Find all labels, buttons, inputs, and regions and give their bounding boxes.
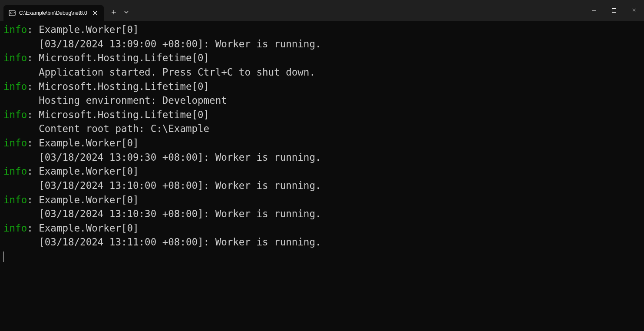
log-entry: info: Microsoft.Hosting.Lifetime[0]: [3, 108, 641, 122]
log-message: [03/18/2024 13:09:00 +08:00]: Worker is …: [3, 37, 641, 51]
log-message: [03/18/2024 13:10:30 +08:00]: Worker is …: [3, 207, 641, 221]
new-tab-button[interactable]: [107, 6, 120, 19]
titlebar-left: C:\ C:\Example\bin\Debug\net8.0: [0, 0, 132, 21]
log-entry: info: Example.Worker[0]: [3, 23, 641, 37]
close-window-button[interactable]: [624, 3, 644, 17]
window-controls: [584, 3, 644, 17]
log-source: : Example.Worker[0]: [27, 24, 139, 35]
chevron-down-icon: [124, 11, 129, 13]
log-level: info: [3, 166, 27, 177]
log-entry: info: Example.Worker[0]: [3, 193, 641, 207]
log-message: [03/18/2024 13:09:30 +08:00]: Worker is …: [3, 150, 641, 165]
log-level: info: [3, 81, 27, 92]
window-titlebar: C:\ C:\Example\bin\Debug\net8.0: [0, 0, 644, 21]
tab-close-button[interactable]: [91, 9, 99, 17]
minimize-button[interactable]: [584, 3, 604, 17]
log-source: : Example.Worker[0]: [27, 194, 139, 205]
log-message: Hosting environment: Development: [3, 93, 641, 108]
svg-text:C:\: C:\: [10, 11, 16, 15]
log-entry: info: Example.Worker[0]: [3, 164, 641, 179]
log-entry: info: Example.Worker[0]: [3, 136, 641, 150]
log-level: info: [3, 52, 27, 63]
terminal-cursor: [3, 252, 4, 262]
terminal-icon: C:\: [9, 10, 16, 17]
log-level: info: [3, 24, 27, 35]
log-level: info: [3, 137, 27, 149]
log-entry: info: Microsoft.Hosting.Lifetime[0]: [3, 51, 641, 65]
svg-rect-7: [612, 9, 616, 13]
terminal-tab[interactable]: C:\ C:\Example\bin\Debug\net8.0: [3, 5, 104, 21]
log-message: Application started. Press Ctrl+C to shu…: [3, 65, 641, 79]
log-level: info: [3, 109, 27, 120]
log-message: Content root path: C:\Example: [3, 122, 641, 136]
log-source: : Example.Worker[0]: [27, 166, 139, 177]
log-entry: info: Microsoft.Hosting.Lifetime[0]: [3, 79, 641, 94]
tab-title: C:\Example\bin\Debug\net8.0: [19, 10, 87, 16]
log-source: : Example.Worker[0]: [27, 137, 139, 149]
log-level: info: [3, 194, 27, 205]
log-message: [03/18/2024 13:11:00 +08:00]: Worker is …: [3, 235, 641, 249]
log-message: [03/18/2024 13:10:00 +08:00]: Worker is …: [3, 179, 641, 193]
log-source: : Example.Worker[0]: [27, 222, 139, 234]
maximize-button[interactable]: [604, 3, 624, 17]
close-icon: [93, 11, 97, 15]
plus-icon: [111, 10, 116, 15]
log-source: : Microsoft.Hosting.Lifetime[0]: [27, 81, 209, 92]
log-level: info: [3, 222, 27, 234]
log-source: : Microsoft.Hosting.Lifetime[0]: [27, 109, 209, 120]
tab-dropdown-button[interactable]: [121, 6, 132, 19]
log-source: : Microsoft.Hosting.Lifetime[0]: [27, 52, 209, 63]
terminal-output[interactable]: info: Example.Worker[0] [03/18/2024 13:0…: [0, 21, 644, 331]
maximize-icon: [612, 8, 616, 13]
log-entry: info: Example.Worker[0]: [3, 221, 641, 235]
minimize-icon: [592, 8, 596, 13]
close-icon: [632, 8, 636, 13]
